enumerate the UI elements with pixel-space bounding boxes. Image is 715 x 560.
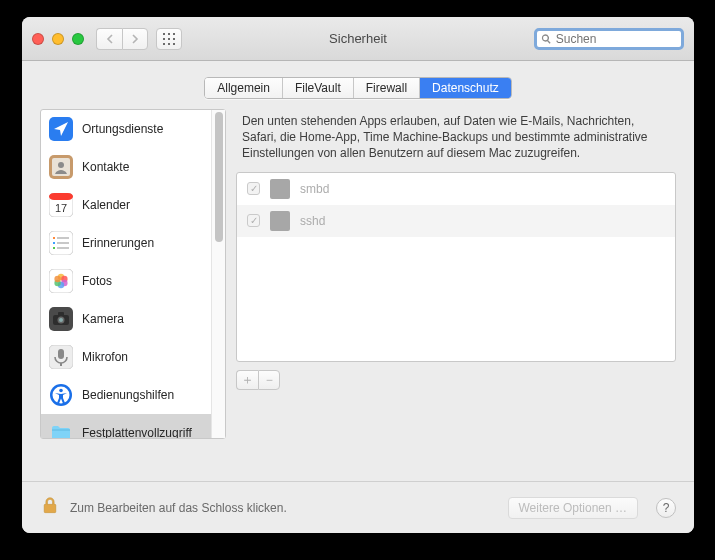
close-button[interactable] bbox=[32, 33, 44, 45]
svg-rect-17 bbox=[53, 237, 55, 239]
tab-allgemein[interactable]: Allgemein bbox=[205, 78, 283, 98]
sidebar-item-camera[interactable]: Kamera bbox=[41, 300, 211, 338]
lock-text: Zum Bearbeiten auf das Schloss klicken. bbox=[70, 501, 287, 515]
svg-rect-7 bbox=[168, 43, 170, 45]
svg-rect-5 bbox=[173, 38, 175, 40]
microphone-icon bbox=[49, 345, 73, 369]
remove-button[interactable]: － bbox=[258, 370, 280, 390]
location-icon bbox=[49, 117, 73, 141]
sidebar-item-label: Kamera bbox=[82, 312, 124, 326]
search-input[interactable] bbox=[556, 32, 677, 46]
description-text: Den unten stehenden Apps erlauben, auf D… bbox=[236, 109, 676, 172]
svg-rect-6 bbox=[163, 43, 165, 45]
help-button[interactable]: ? bbox=[656, 498, 676, 518]
svg-rect-37 bbox=[60, 363, 62, 366]
sidebar-item-folder[interactable]: Festplattenvollzugriff bbox=[41, 414, 211, 438]
app-checkbox[interactable]: ✓ bbox=[247, 182, 260, 195]
folder-icon bbox=[49, 421, 73, 438]
svg-rect-3 bbox=[163, 38, 165, 40]
sidebar-item-label: Kalender bbox=[82, 198, 130, 212]
detail-pane: Den unten stehenden Apps erlauben, auf D… bbox=[236, 109, 676, 439]
sidebar-item-location[interactable]: Ortungsdienste bbox=[41, 110, 211, 148]
zoom-button[interactable] bbox=[72, 33, 84, 45]
accessibility-icon bbox=[49, 383, 73, 407]
app-name: sshd bbox=[300, 214, 325, 228]
footer-bar: Zum Bearbeiten auf das Schloss klicken. … bbox=[22, 481, 694, 533]
sidebar-scrollbar[interactable] bbox=[211, 110, 225, 438]
search-icon bbox=[541, 33, 552, 45]
back-button[interactable] bbox=[96, 28, 122, 50]
svg-rect-20 bbox=[57, 242, 69, 244]
sidebar-item-label: Erinnerungen bbox=[82, 236, 154, 250]
search-field[interactable] bbox=[534, 28, 684, 50]
app-list: ✓smbd✓sshd bbox=[236, 172, 676, 362]
svg-rect-4 bbox=[168, 38, 170, 40]
tab-firewall[interactable]: Firewall bbox=[354, 78, 420, 98]
svg-point-34 bbox=[59, 318, 63, 322]
svg-rect-32 bbox=[58, 312, 64, 316]
content-area: OrtungsdiensteKontakte17KalenderErinneru… bbox=[22, 109, 694, 451]
nav-buttons bbox=[96, 28, 148, 50]
minimize-button[interactable] bbox=[52, 33, 64, 45]
sidebar-item-reminders[interactable]: Erinnerungen bbox=[41, 224, 211, 262]
svg-rect-19 bbox=[53, 242, 55, 244]
terminal-icon bbox=[270, 211, 290, 231]
sidebar-item-label: Fotos bbox=[82, 274, 112, 288]
sidebar-item-calendar[interactable]: 17Kalender bbox=[41, 186, 211, 224]
svg-rect-36 bbox=[58, 349, 64, 359]
lock-icon[interactable] bbox=[40, 496, 60, 520]
show-all-button[interactable] bbox=[156, 28, 182, 50]
svg-rect-14 bbox=[49, 193, 73, 200]
app-row[interactable]: ✓smbd bbox=[237, 173, 675, 205]
add-remove-group: ＋ － bbox=[236, 370, 676, 390]
sidebar-item-accessibility[interactable]: Bedienungshilfen bbox=[41, 376, 211, 414]
tabs-bar: AllgemeinFileVaultFirewallDatenschutz bbox=[22, 61, 694, 109]
sidebar-item-label: Mikrofon bbox=[82, 350, 128, 364]
contacts-icon bbox=[49, 155, 73, 179]
category-sidebar: OrtungsdiensteKontakte17KalenderErinneru… bbox=[40, 109, 226, 439]
svg-text:17: 17 bbox=[55, 202, 67, 214]
svg-rect-22 bbox=[57, 247, 69, 249]
terminal-icon bbox=[270, 179, 290, 199]
app-name: smbd bbox=[300, 182, 329, 196]
app-checkbox[interactable]: ✓ bbox=[247, 214, 260, 227]
svg-point-12 bbox=[58, 162, 64, 168]
tab-datenschutz[interactable]: Datenschutz bbox=[420, 78, 511, 98]
svg-point-29 bbox=[54, 276, 60, 282]
svg-point-40 bbox=[59, 389, 63, 393]
svg-rect-21 bbox=[53, 247, 55, 249]
sidebar-item-label: Kontakte bbox=[82, 160, 129, 174]
more-options-button[interactable]: Weitere Optionen … bbox=[508, 497, 639, 519]
sidebar-item-label: Ortungsdienste bbox=[82, 122, 163, 136]
app-row[interactable]: ✓sshd bbox=[237, 205, 675, 237]
titlebar: Sicherheit bbox=[22, 17, 694, 61]
sidebar-item-photos[interactable]: Fotos bbox=[41, 262, 211, 300]
reminders-icon bbox=[49, 231, 73, 255]
add-button[interactable]: ＋ bbox=[236, 370, 258, 390]
svg-rect-18 bbox=[57, 237, 69, 239]
tab-filevault[interactable]: FileVault bbox=[283, 78, 354, 98]
prefs-window: Sicherheit AllgemeinFileVaultFirewallDat… bbox=[22, 17, 694, 533]
forward-button[interactable] bbox=[122, 28, 148, 50]
sidebar-item-contacts[interactable]: Kontakte bbox=[41, 148, 211, 186]
scrollbar-thumb[interactable] bbox=[215, 112, 223, 242]
camera-icon bbox=[49, 307, 73, 331]
svg-rect-23 bbox=[49, 269, 73, 293]
sidebar-item-label: Festplattenvollzugriff bbox=[82, 426, 192, 438]
svg-rect-2 bbox=[173, 33, 175, 35]
sidebar-item-label: Bedienungshilfen bbox=[82, 388, 174, 402]
svg-rect-8 bbox=[173, 43, 175, 45]
calendar-icon: 17 bbox=[49, 193, 73, 217]
traffic-lights bbox=[32, 33, 84, 45]
photos-icon bbox=[49, 269, 73, 293]
svg-rect-1 bbox=[168, 33, 170, 35]
sidebar-item-microphone[interactable]: Mikrofon bbox=[41, 338, 211, 376]
svg-rect-0 bbox=[163, 33, 165, 35]
